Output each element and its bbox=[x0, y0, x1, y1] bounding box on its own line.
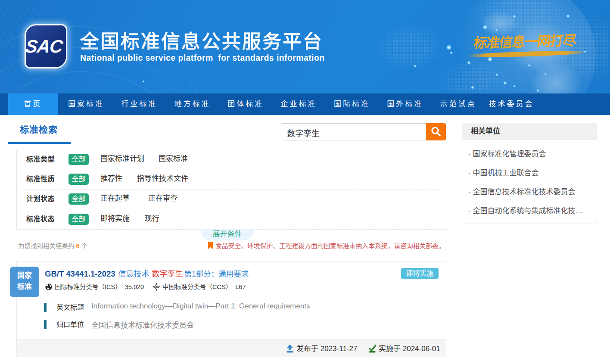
svg-text:SAC: SAC bbox=[26, 36, 64, 56]
